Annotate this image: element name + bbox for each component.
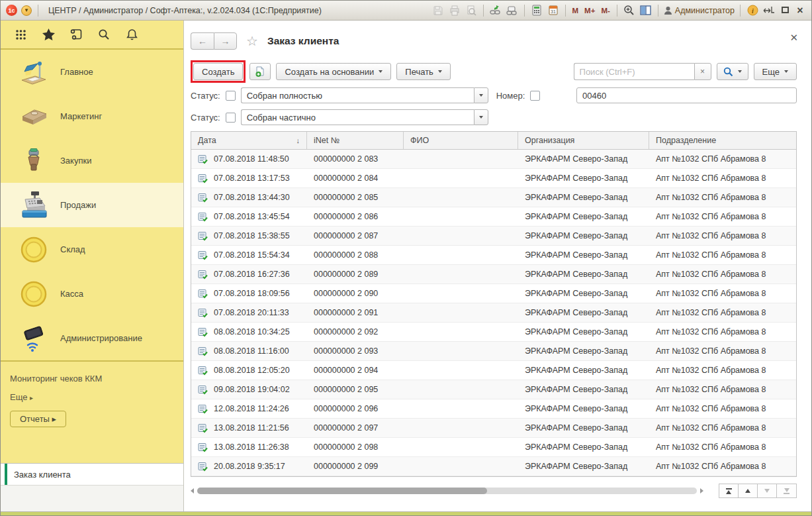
order-division: Апт №1032 СПб Абрамова 8 [656, 442, 766, 452]
table-row[interactable]: 07.08.2018 20:11:33 000000000 2 091 ЭРКА… [191, 303, 796, 323]
table-row[interactable]: 07.08.2018 13:17:53 000000000 2 084 ЭРКА… [191, 169, 796, 188]
number-checkbox[interactable] [530, 91, 540, 101]
sidebar-item-kassa[interactable]: Касса [1, 272, 183, 316]
chevron-down-icon [784, 70, 788, 73]
calendar-icon[interactable]: 31 [547, 4, 560, 17]
sidebar-item-administrirovanie[interactable]: Администрирование [1, 316, 183, 360]
sidebar-item-glavnoe[interactable]: Главное [1, 50, 183, 94]
status-dropdown-1[interactable] [474, 87, 488, 103]
notifications-bell-icon[interactable] [125, 28, 138, 41]
order-division: Апт №1032 СПб Абрамова 8 [656, 385, 766, 394]
document-posted-icon [198, 366, 208, 376]
zoom-in-icon[interactable] [623, 4, 636, 17]
column-header-org[interactable]: Организация [518, 132, 649, 149]
status-checkbox-1[interactable] [226, 91, 236, 101]
table-row[interactable]: 08.08.2018 10:34:25 000000000 2 092 ЭРКА… [191, 323, 796, 342]
sidebar-link-more[interactable]: Еще ▸ [10, 392, 183, 402]
split-view-icon[interactable] [639, 4, 653, 17]
order-date: 12.08.2018 11:24:26 [214, 404, 289, 413]
scrollbar-thumb[interactable] [197, 488, 487, 494]
table-row[interactable]: 20.08.2018 9:35:17 000000000 2 099 ЭРКАФ… [191, 457, 796, 476]
close-window-button[interactable]: × [794, 5, 806, 17]
table-row[interactable]: 07.08.2018 18:09:56 000000000 2 090 ЭРКА… [191, 284, 796, 303]
search-input[interactable] [574, 63, 694, 80]
table-row[interactable]: 08.08.2018 11:16:00 000000000 2 093 ЭРКА… [191, 342, 796, 361]
table-row[interactable]: 07.08.2018 15:38:55 000000000 2 087 ЭРКА… [191, 227, 796, 246]
forward-button[interactable]: → [214, 32, 237, 50]
sidebar-item-prodazhi[interactable]: Продажи [1, 183, 183, 227]
more-button[interactable]: Еще [754, 63, 797, 80]
advanced-search-button[interactable] [717, 63, 748, 80]
table-row[interactable]: 09.08.2018 19:04:02 000000000 2 095 ЭРКА… [191, 380, 796, 399]
sidebar-item-sklad[interactable]: Склад [1, 227, 183, 272]
column-header-date[interactable]: Дата↓ [191, 132, 307, 149]
window-size-icon[interactable] [762, 4, 776, 17]
number-label: Номер: [496, 91, 525, 101]
table-row[interactable]: 07.08.2018 13:44:30 000000000 2 085 ЭРКА… [191, 188, 796, 207]
get-link-icon[interactable] [489, 4, 502, 17]
go-to-link-icon[interactable] [506, 4, 519, 17]
current-user-button[interactable]: Администратор [664, 6, 735, 15]
number-input[interactable] [576, 87, 797, 103]
app-logo-1c-icon[interactable]: 1с [6, 5, 17, 16]
info-icon[interactable]: i [746, 4, 759, 17]
column-header-fio[interactable]: ФИО [404, 132, 518, 149]
favorites-star-icon[interactable] [42, 28, 55, 41]
document-posted-icon [198, 289, 208, 299]
print-menu-button[interactable]: Печать [396, 63, 451, 80]
next-row-button[interactable] [758, 484, 777, 497]
reports-button[interactable]: Отчеты ▸ [10, 411, 66, 427]
back-button[interactable]: ← [191, 32, 214, 50]
previous-row-button[interactable] [739, 484, 758, 497]
system-menu-dropdown-icon[interactable]: ▼ [21, 5, 32, 16]
go-to-last-row-button[interactable] [777, 484, 796, 497]
save-icon[interactable] [431, 4, 445, 17]
close-form-icon[interactable]: ✕ [789, 32, 798, 42]
history-scroll-icon[interactable] [69, 28, 83, 41]
document-posted-icon [198, 346, 208, 356]
chevron-right-icon: ▸ [30, 394, 33, 401]
maximize-button[interactable] [779, 5, 791, 15]
order-inet-number: 000000000 2 096 [314, 404, 378, 413]
favorite-star-icon[interactable]: ☆ [246, 33, 258, 49]
open-window-tab[interactable]: Заказ клиента [1, 464, 183, 486]
orders-table: Дата↓ iNet № ФИО Организация Подразделен… [191, 131, 797, 477]
table-row[interactable]: 07.08.2018 15:54:34 000000000 2 088 ЭРКА… [191, 246, 796, 265]
sidebar-item-zakupki[interactable]: Закупки [1, 138, 183, 183]
status-dropdown-2[interactable] [474, 109, 488, 125]
sidebar-item-marketing[interactable]: Маркетинг [1, 94, 183, 138]
sidebar-item-label: Закупки [60, 156, 91, 166]
scroll-right-icon[interactable] [700, 488, 703, 493]
table-row[interactable]: 13.08.2018 11:26:38 000000000 2 098 ЭРКА… [191, 438, 796, 457]
sidebar-link-monitoring[interactable]: Мониторинг чеков ККМ [10, 374, 183, 384]
create-based-on-button[interactable]: Создать на основании [276, 63, 391, 80]
column-header-division[interactable]: Подразделение [649, 132, 796, 149]
table-row[interactable]: 07.08.2018 11:48:50 000000000 2 083 ЭРКА… [191, 150, 796, 169]
search-icon[interactable] [97, 28, 111, 41]
clear-search-icon[interactable]: × [694, 63, 711, 80]
table-row[interactable]: 12.08.2018 11:24:26 000000000 2 096 ЭРКА… [191, 399, 796, 419]
print-icon[interactable] [448, 4, 461, 17]
calculator-icon[interactable] [530, 4, 543, 17]
order-inet-number: 000000000 2 098 [314, 442, 378, 452]
copy-document-button[interactable] [249, 63, 271, 80]
table-row[interactable]: 08.08.2018 12:05:20 000000000 2 094 ЭРКА… [191, 361, 796, 380]
create-button[interactable]: Создать [193, 63, 243, 80]
status-input-2[interactable] [241, 109, 474, 125]
status-checkbox-2[interactable] [226, 113, 236, 123]
active-window-marker [5, 464, 7, 485]
table-row[interactable]: 13.08.2018 11:21:56 000000000 2 097 ЭРКА… [191, 419, 796, 438]
go-to-first-row-button[interactable] [719, 484, 739, 497]
memory-minus-button[interactable]: M- [600, 7, 611, 15]
status-input-1[interactable] [241, 87, 474, 103]
memory-plus-button[interactable]: M+ [583, 7, 596, 15]
table-row[interactable]: 07.08.2018 16:27:36 000000000 2 089 ЭРКА… [191, 265, 796, 284]
horizontal-scrollbar[interactable] [197, 488, 697, 494]
main-menu-grid-icon[interactable] [14, 28, 27, 41]
scroll-left-icon[interactable] [191, 488, 194, 493]
memory-recall-button[interactable]: M [571, 7, 580, 15]
table-row[interactable]: 07.08.2018 13:45:54 000000000 2 086 ЭРКА… [191, 207, 796, 227]
print-preview-icon[interactable] [465, 4, 478, 17]
column-header-inet[interactable]: iNet № [307, 132, 404, 149]
order-division: Апт №1032 СПб Абрамова 8 [656, 174, 766, 183]
